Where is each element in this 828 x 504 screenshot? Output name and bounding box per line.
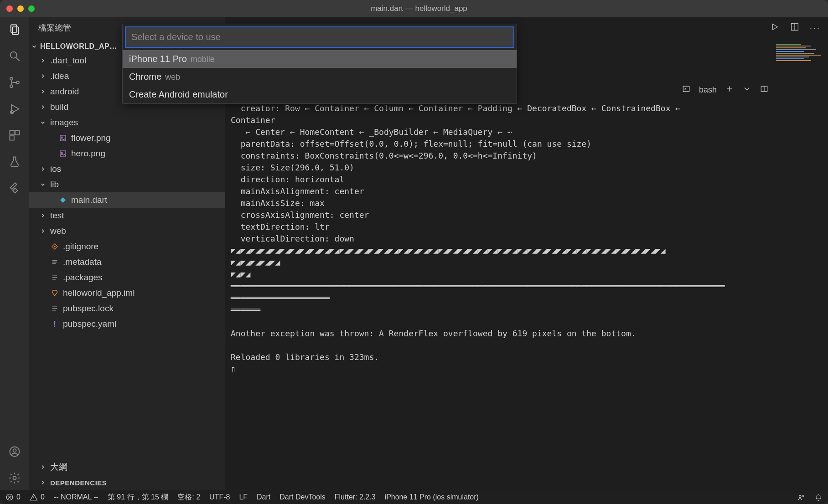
quick-pick-item[interactable]: Chromeweb [123, 68, 517, 86]
terminal-output[interactable]: creator: Row ← Container ← Column ← Cont… [225, 100, 828, 490]
lines-icon [50, 304, 59, 313]
quick-pick: iPhone 11 PromobileChromewebCreate Andro… [122, 24, 517, 104]
tree-file[interactable]: .gitignore [29, 239, 225, 254]
tree-label: pubspec.lock [63, 303, 114, 314]
tree-label: android [50, 87, 79, 97]
qp-item-detail: mobile [191, 55, 215, 64]
terminal-launch-icon[interactable] [682, 84, 691, 96]
status-flutter[interactable]: Flutter: 2.2.3 [335, 493, 376, 501]
tree-label: hero.png [71, 149, 105, 159]
more-icon[interactable]: ··· [810, 23, 821, 33]
status-errors[interactable]: 0 [5, 493, 21, 501]
account-icon[interactable] [7, 444, 22, 459]
tree-label: ios [50, 164, 61, 174]
svg-point-22 [799, 495, 802, 498]
svg-rect-13 [60, 135, 66, 141]
svg-point-3 [10, 77, 13, 80]
tree-file[interactable]: pubspec.lock [29, 301, 225, 316]
status-eol[interactable]: LF [239, 493, 248, 501]
project-name: HELLOWORLD_AP… [40, 42, 117, 51]
tree-label: images [50, 118, 78, 128]
status-cursor[interactable]: 第 91 行，第 15 欄 [108, 493, 168, 502]
explorer-icon[interactable] [7, 22, 22, 37]
svg-point-14 [61, 137, 62, 138]
tree-file[interactable]: flower.png [29, 130, 225, 146]
svg-rect-8 [15, 131, 19, 135]
status-language[interactable]: Dart [257, 493, 270, 501]
minimap[interactable] [776, 43, 826, 98]
tree-label: main.dart [71, 195, 107, 205]
quick-pick-item[interactable]: iPhone 11 Promobile [123, 50, 517, 68]
search-icon[interactable] [7, 48, 22, 64]
tree-file[interactable]: .metadata [29, 254, 225, 270]
svg-rect-9 [10, 136, 14, 140]
git-icon [50, 242, 59, 251]
image-icon [58, 134, 67, 142]
tree-label: build [50, 102, 68, 112]
lines-icon [50, 258, 59, 266]
terminal-dropdown-icon[interactable] [742, 84, 751, 96]
svg-rect-0 [11, 25, 17, 32]
tree-label: lib [50, 180, 59, 190]
run-icon[interactable] [770, 22, 780, 34]
source-control-icon[interactable] [7, 75, 22, 90]
tree-folder[interactable]: test [29, 208, 225, 223]
run-debug-icon[interactable] [7, 101, 22, 117]
svg-rect-7 [10, 131, 14, 135]
tree-file[interactable]: hero.png [29, 146, 225, 161]
status-warnings[interactable]: 0 [30, 493, 45, 501]
tree-file[interactable]: .packages [29, 270, 225, 285]
qp-item-label: Create Android emulator [129, 89, 228, 99]
tree-label: helloworld_app.iml [63, 288, 135, 298]
outline-section[interactable]: 大綱 [29, 459, 225, 475]
tree-folder[interactable]: web [29, 223, 225, 239]
svg-point-23 [802, 495, 804, 497]
svg-point-11 [13, 449, 16, 452]
tree-folder[interactable]: lib [29, 177, 225, 192]
svg-rect-15 [60, 151, 66, 156]
tree-label: test [50, 211, 64, 221]
feedback-icon[interactable] [797, 493, 805, 501]
svg-point-4 [10, 85, 13, 87]
test-icon[interactable] [7, 154, 22, 170]
zoom-window[interactable] [28, 5, 35, 12]
bell-icon[interactable] [814, 493, 823, 501]
svg-point-2 [10, 52, 17, 58]
panel: 問題 輸出 終端機 偵錯主控台 bash [225, 79, 828, 490]
extensions-icon[interactable] [7, 128, 22, 143]
minimize-window[interactable] [17, 5, 24, 12]
status-devtools[interactable]: Dart DevTools [279, 493, 325, 501]
tree-folder[interactable]: images [29, 115, 225, 130]
qp-item-label: Chrome [129, 72, 161, 82]
tree-file[interactable]: main.dart [29, 192, 225, 208]
status-encoding[interactable]: UTF-8 [209, 493, 230, 501]
dart-icon [58, 196, 67, 204]
quick-pick-input-wrap [125, 27, 514, 47]
split-terminal-icon[interactable] [760, 84, 769, 96]
qp-item-label: iPhone 11 Pro [129, 54, 187, 64]
window-title: main.dart — helloworld_app [44, 4, 794, 13]
status-vim-mode: -- NORMAL -- [54, 493, 98, 501]
svg-point-17 [54, 246, 55, 247]
quick-pick-input[interactable] [131, 32, 508, 42]
quick-pick-item[interactable]: Create Android emulator [123, 86, 517, 103]
tree-label: pubspec.yaml [63, 319, 116, 329]
dependencies-section[interactable]: DEPENDENCIES [29, 475, 225, 490]
new-terminal-icon[interactable] [725, 84, 734, 96]
titlebar: main.dart — helloworld_app [0, 0, 828, 17]
tree-label: .dart_tool [50, 56, 86, 66]
settings-gear-icon[interactable] [7, 470, 22, 486]
tree-folder[interactable]: ios [29, 161, 225, 177]
svg-point-16 [61, 152, 62, 154]
flutter-icon[interactable] [7, 180, 22, 196]
lines-icon [50, 273, 59, 282]
status-device[interactable]: iPhone 11 Pro (ios simulator) [385, 493, 479, 501]
tree-file[interactable]: helloworld_app.iml [29, 285, 225, 301]
tree-file[interactable]: !pubspec.yaml [29, 316, 225, 332]
status-indent[interactable]: 空格: 2 [177, 493, 200, 502]
terminal-shell-name[interactable]: bash [699, 85, 717, 95]
split-editor-icon[interactable] [790, 22, 800, 34]
tree-label: .metadata [63, 257, 102, 267]
close-window[interactable] [6, 5, 13, 12]
tree-label: .packages [63, 273, 103, 283]
